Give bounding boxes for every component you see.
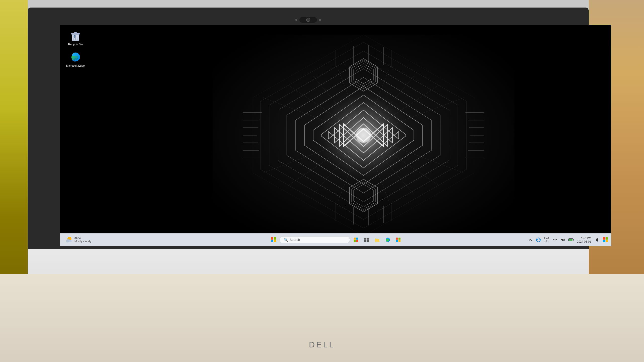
- wifi-icon: [553, 238, 557, 242]
- edge-icon[interactable]: Microsoft Edge: [65, 51, 86, 67]
- copilot-icon: [536, 237, 541, 242]
- svg-rect-100: [603, 237, 605, 240]
- taskbar: 25°C Mostly cloudy: [60, 233, 611, 246]
- chevron-up-icon: [529, 238, 532, 242]
- desktop-icons: Recycle Bin: [65, 30, 86, 67]
- recycle-bin-label: Recycle Bin: [68, 43, 83, 46]
- svg-rect-87: [367, 240, 369, 242]
- search-label: Search: [290, 238, 300, 242]
- svg-marker-94: [561, 239, 563, 241]
- laptop-outer: Recycle Bin: [0, 0, 644, 362]
- edge-image: [69, 51, 82, 63]
- svg-rect-85: [367, 238, 369, 240]
- svg-rect-81: [356, 238, 358, 240]
- camera-dot-right: [319, 19, 321, 21]
- weather-icon: [65, 236, 73, 243]
- taskbar-center: 🔍 Search: [269, 235, 403, 244]
- taskview-icon: [364, 237, 369, 243]
- screen-bezel: Recycle Bin: [28, 8, 589, 249]
- taskbar-right: ENG US: [527, 236, 609, 244]
- svg-rect-91: [396, 240, 398, 242]
- volume-tray-icon[interactable]: [559, 236, 567, 243]
- camera-module: [299, 17, 317, 23]
- recycle-bin-icon[interactable]: Recycle Bin: [65, 30, 86, 46]
- svg-rect-82: [354, 240, 356, 242]
- taskbar-left: 25°C Mostly cloudy: [63, 235, 93, 244]
- system-clock[interactable]: 4:14 PM 2024-08-01: [576, 236, 593, 244]
- start-button[interactable]: [269, 235, 278, 244]
- edge-label: Microsoft Edge: [66, 64, 85, 67]
- taskview-button[interactable]: [362, 235, 371, 244]
- win-logo-yellow: [274, 240, 276, 242]
- recycle-bin-image: [69, 30, 82, 42]
- svg-point-79: [66, 240, 69, 242]
- camera-area: [295, 17, 321, 23]
- win-logo-red: [271, 237, 273, 240]
- svg-point-98: [597, 241, 598, 242]
- windows-logo: [271, 237, 276, 242]
- svg-rect-80: [354, 238, 356, 240]
- store-icon: [395, 237, 401, 243]
- svg-rect-103: [606, 240, 608, 242]
- language-region: US: [545, 240, 548, 243]
- volume-icon: [561, 238, 565, 242]
- weather-text: 25°C Mostly cloudy: [74, 236, 91, 243]
- svg-rect-96: [573, 239, 574, 241]
- edge-taskbar-icon: [385, 237, 390, 243]
- svg-point-93: [536, 238, 540, 242]
- edge-taskbar-button[interactable]: [383, 235, 392, 244]
- battery-tray-icon[interactable]: [568, 236, 575, 243]
- camera-lens: [306, 18, 310, 22]
- clock-time: 4:14 PM: [581, 236, 591, 240]
- weather-widget[interactable]: 25°C Mostly cloudy: [63, 235, 93, 244]
- wallpaper: [60, 25, 611, 246]
- svg-rect-84: [364, 238, 366, 240]
- screen: Recycle Bin: [60, 25, 611, 246]
- clock-date: 2024-08-01: [577, 240, 591, 243]
- battery-icon: [568, 238, 574, 242]
- wallpaper-svg: [213, 35, 514, 236]
- svg-rect-89: [396, 238, 398, 240]
- file-explorer-icon: [374, 237, 380, 243]
- search-bar[interactable]: 🔍 Search: [279, 236, 350, 243]
- svg-line-75: [77, 35, 77, 40]
- svg-rect-97: [569, 239, 572, 241]
- wifi-tray-icon[interactable]: [551, 236, 558, 243]
- temperature: 25°C: [74, 236, 91, 240]
- svg-rect-90: [398, 238, 400, 240]
- colorful-tray-icon[interactable]: [602, 236, 609, 243]
- notification-bell[interactable]: [594, 236, 601, 243]
- win-logo-green: [274, 237, 276, 240]
- camera-dot-left: [295, 19, 297, 21]
- svg-rect-88: [375, 239, 379, 242]
- svg-point-32: [356, 128, 371, 143]
- weather-condition: Mostly cloudy: [74, 240, 91, 243]
- bell-icon: [595, 238, 599, 242]
- dell-logo: DELL: [309, 340, 335, 349]
- language-lang: ENG: [544, 237, 549, 240]
- svg-rect-101: [606, 237, 608, 240]
- win-logo-blue: [271, 240, 273, 242]
- svg-rect-83: [356, 240, 358, 242]
- svg-rect-86: [364, 240, 366, 242]
- svg-rect-92: [398, 240, 400, 242]
- widgets-icon: [353, 237, 359, 243]
- language-indicator[interactable]: ENG US: [543, 237, 550, 243]
- meet-icon: [602, 237, 608, 243]
- file-explorer-button[interactable]: [373, 235, 382, 244]
- system-tray-overflow[interactable]: [527, 236, 534, 243]
- store-button[interactable]: [394, 235, 403, 244]
- widgets-button[interactable]: [351, 235, 360, 244]
- svg-rect-72: [74, 32, 77, 33]
- svg-rect-102: [603, 240, 605, 242]
- copilot-tray-button[interactable]: [535, 236, 542, 243]
- search-icon: 🔍: [284, 238, 288, 242]
